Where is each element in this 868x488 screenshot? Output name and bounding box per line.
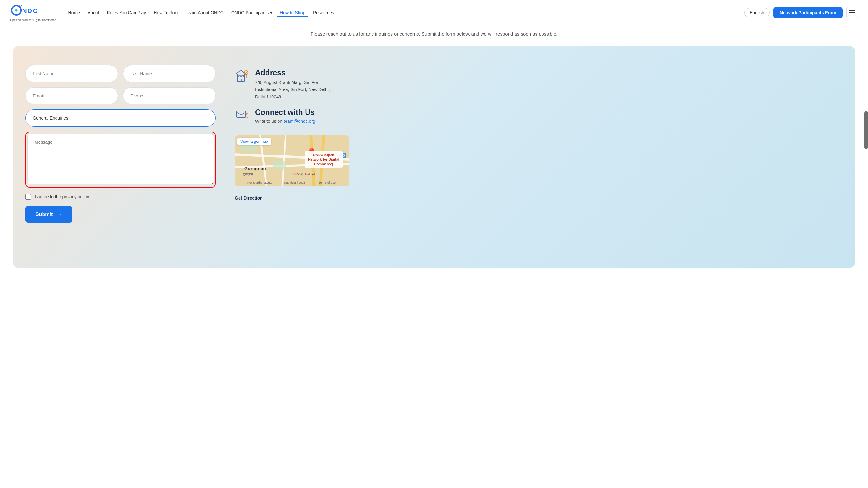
main-content: General Enquiries Technical Support Part…	[13, 46, 855, 268]
phone-input[interactable]	[123, 87, 216, 104]
nav-home[interactable]: Home	[65, 8, 83, 17]
svg-text:गुरुग्राम: गुरुग्राम	[242, 172, 253, 176]
address-title: Address	[255, 68, 330, 77]
first-name-input[interactable]	[25, 65, 118, 82]
logo-image: N D C	[10, 4, 52, 18]
svg-text:Gurugram: Gurugram	[244, 166, 266, 171]
page-subtitle: Please reach out to us for any inquiries…	[0, 25, 868, 40]
nav-participants[interactable]: ONDC Participants ▾	[228, 8, 275, 17]
svg-point-4	[20, 6, 21, 7]
logo-tagline: Open Network for Digital Commerce	[10, 19, 56, 22]
connect-block: Connect with Us Write to us on team@ondc…	[235, 108, 843, 126]
svg-point-5	[21, 5, 22, 6]
scrollbar[interactable]	[864, 111, 868, 149]
view-larger-map-button[interactable]: View larger map	[237, 138, 271, 145]
address-block: Address 7/6, August Kranti Marg, Siri Fo…	[235, 68, 843, 100]
address-icon	[235, 68, 250, 86]
svg-text:Map data ©2023: Map data ©2023	[284, 181, 305, 184]
svg-text:N: N	[22, 7, 27, 14]
connect-title: Connect with Us	[255, 108, 315, 117]
connect-email-text: Write to us on team@ondc.org	[255, 119, 315, 124]
submit-label: Submit	[35, 212, 53, 217]
enquiry-select[interactable]: General Enquiries Technical Support Part…	[25, 110, 216, 127]
map-ondc-label: ONDC (Open Network for Digital Commerce)	[305, 151, 343, 167]
nav-about[interactable]: About	[84, 8, 102, 17]
map-container: Gurugram गुरुग्राम Google idabad 33 Keyb…	[235, 135, 349, 186]
privacy-label: I agree to the privacy policy.	[35, 194, 90, 199]
svg-rect-9	[239, 75, 241, 77]
logo[interactable]: N D C Open Network for Digital Commerce	[10, 4, 56, 22]
nav-resources[interactable]: Resources	[310, 8, 337, 17]
email-link[interactable]: team@ondc.org	[284, 119, 315, 124]
nav-learn[interactable]: Learn About ONDC	[182, 8, 227, 17]
get-direction-link[interactable]: Get Direction	[235, 195, 263, 201]
hamburger-line-3	[849, 14, 855, 15]
hamburger-menu[interactable]	[846, 7, 858, 19]
connect-content: Connect with Us Write to us on team@ondc…	[255, 108, 315, 124]
contact-row	[25, 87, 216, 104]
nav-links: Home About Roles You Can Play How To Joi…	[65, 8, 744, 17]
submit-button[interactable]: Submit →	[25, 206, 72, 223]
svg-text:idabad: idabad	[305, 172, 315, 176]
name-row	[25, 65, 216, 82]
hamburger-line-1	[849, 10, 855, 11]
submit-arrow-icon: →	[57, 211, 62, 218]
get-direction: Get Direction	[235, 195, 843, 201]
nav-how-to-join[interactable]: How To Join	[150, 8, 181, 17]
email-input[interactable]	[25, 87, 118, 104]
message-wrapper	[25, 132, 216, 187]
privacy-checkbox[interactable]	[25, 194, 31, 200]
connect-icon	[235, 108, 250, 126]
address-content: Address 7/6, August Kranti Marg, Siri Fo…	[255, 68, 330, 100]
svg-rect-18	[273, 161, 285, 169]
nav-right: English Network Participants Form	[744, 7, 858, 19]
message-textarea[interactable]	[27, 133, 214, 184]
svg-text:Terms of Use: Terms of Use	[319, 181, 336, 184]
hamburger-line-2	[849, 12, 855, 13]
contact-form: General Enquiries Technical Support Part…	[25, 65, 216, 249]
svg-text:D: D	[27, 7, 32, 14]
svg-point-7	[15, 9, 18, 11]
svg-point-6	[19, 5, 20, 6]
svg-point-13	[246, 72, 247, 73]
contact-info: Address 7/6, August Kranti Marg, Siri Fo…	[235, 65, 843, 249]
nav-roles[interactable]: Roles You Can Play	[104, 8, 149, 17]
svg-rect-14	[237, 111, 246, 117]
svg-text:Keyboard shortcuts: Keyboard shortcuts	[247, 181, 272, 184]
address-text: 7/6, August Kranti Marg, Siri Fort Insti…	[255, 79, 330, 100]
svg-rect-11	[240, 79, 242, 82]
last-name-input[interactable]	[123, 65, 216, 82]
nav-how-to-shop[interactable]: How to Shop	[277, 8, 308, 17]
svg-text:C: C	[33, 7, 38, 14]
svg-rect-10	[242, 75, 244, 77]
network-participants-button[interactable]: Network Participants Form	[773, 7, 843, 19]
navbar: N D C Open Network for Digital Commerce …	[0, 0, 868, 25]
language-button[interactable]: English	[744, 8, 770, 18]
privacy-row: I agree to the privacy policy.	[25, 194, 216, 200]
